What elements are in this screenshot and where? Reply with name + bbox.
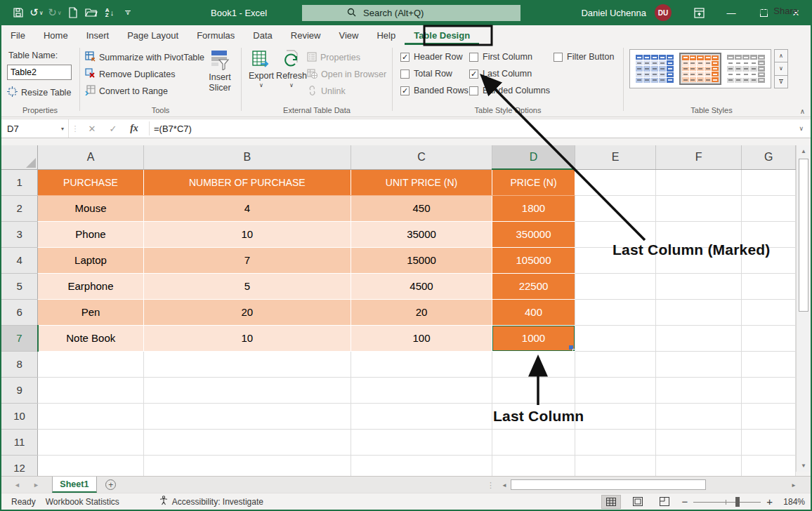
zoom-slider[interactable] [693,497,761,507]
cell-D3[interactable]: 350000 [492,221,575,247]
convert-to-range-button[interactable]: Convert to Range [85,84,168,98]
cell-C4[interactable]: 15000 [351,247,492,273]
cell-F8[interactable] [656,351,742,377]
cell-B4[interactable]: 7 [143,247,351,273]
formula-bar-expand-icon[interactable]: ∨ [799,125,804,132]
zoom-out-icon[interactable]: − [681,496,688,507]
page-break-view-button[interactable] [655,495,674,509]
cell-A10[interactable] [38,403,144,429]
checkbox-banded-columns[interactable]: Banded Columns [469,86,550,95]
cell-F4[interactable] [656,247,742,273]
cell-E1[interactable] [575,169,655,195]
cell-G2[interactable] [742,195,796,221]
cell-G4[interactable] [742,247,796,273]
cell-D7[interactable]: 1000 [492,325,575,351]
tab-view[interactable]: View [329,25,367,45]
search-input[interactable]: Search (Alt+Q) [302,5,520,21]
cell-C2[interactable]: 450 [351,195,492,221]
cell-D6[interactable]: 400 [492,299,575,325]
ribbon-display-options-icon[interactable] [683,0,715,25]
cell-B6[interactable]: 20 [143,299,351,325]
cell-F6[interactable] [656,299,742,325]
formula-input[interactable]: =(B7*C7) [154,124,192,134]
tab-insert[interactable]: Insert [77,25,119,45]
zoom-percentage[interactable]: 184% [780,497,805,507]
table-style-orange-style[interactable] [679,53,721,85]
cell-D8[interactable] [492,351,575,377]
checked-checkbox-icon[interactable]: ✓ [469,69,478,79]
new-file-icon[interactable] [65,4,81,22]
cell-B12[interactable] [143,455,351,476]
cell-E6[interactable] [575,299,655,325]
scroll-right-icon[interactable]: ► [788,479,799,491]
cell-E11[interactable] [575,429,655,455]
tab-formulas[interactable]: Formulas [188,25,244,45]
cell-C6[interactable]: 20 [351,299,492,325]
scroll-left-icon[interactable]: ◄ [499,479,510,491]
gallery-down-icon[interactable]: ∨ [774,62,788,75]
cell-C1[interactable]: UNIT PRICE (N) [351,169,492,195]
cell-D9[interactable] [492,377,575,403]
refresh-button[interactable]: Refresh ∨ [276,49,307,88]
remove-duplicates-button[interactable]: Remove Duplicates [85,67,175,81]
export-button[interactable]: Export ∨ [246,49,277,88]
cell-F2[interactable] [656,195,742,221]
cell-F12[interactable] [656,455,742,476]
sheet-tab-sheet1[interactable]: Sheet1 [52,477,97,493]
cell-A2[interactable]: Mouse [38,195,144,221]
cell-A4[interactable]: Laptop [38,247,144,273]
column-header-B[interactable]: B [143,145,351,169]
insert-slicer-button[interactable]: Insert Slicer [202,49,238,93]
column-header-G[interactable]: G [742,145,796,169]
cell-G8[interactable] [742,351,796,377]
table-name-input[interactable] [7,65,72,80]
unchecked-checkbox-icon[interactable] [469,53,478,62]
cell-A5[interactable]: Earphone [38,273,144,299]
checked-checkbox-icon[interactable]: ✓ [400,53,410,62]
row-header-4[interactable]: 4 [1,247,38,273]
cell-F3[interactable] [656,221,742,247]
tab-data[interactable]: Data [244,25,281,45]
save-icon[interactable] [10,4,27,22]
row-header-12[interactable]: 12 [1,455,38,476]
table-style-gray-style[interactable] [725,53,767,85]
row-header-2[interactable]: 2 [1,195,38,221]
vertical-scrollbar[interactable]: ▲ ▼ [796,145,811,472]
column-header-E[interactable]: E [575,145,655,169]
cell-D11[interactable] [492,429,575,455]
share-button[interactable]: Share [754,3,804,18]
cell-G9[interactable] [742,377,796,403]
scroll-up-icon[interactable]: ▲ [797,145,811,157]
name-box-caret-icon[interactable]: ▾ [61,126,64,132]
scrollbar-splitter[interactable]: ⋮ [487,477,495,493]
summarize-with-pivottable-button[interactable]: Summarize with PivotTable [85,51,204,65]
column-header-C[interactable]: C [351,145,492,169]
cell-B1[interactable]: NUMBER OF PURCHASE [143,169,351,195]
row-header-11[interactable]: 11 [1,429,38,455]
row-header-5[interactable]: 5 [1,273,38,299]
zoom-slider-handle[interactable] [735,497,740,507]
unchecked-checkbox-icon[interactable] [469,86,478,95]
cell-C5[interactable]: 4500 [351,273,492,299]
cell-G10[interactable] [742,403,796,429]
cell-G1[interactable] [742,169,796,195]
cell-C3[interactable]: 35000 [351,221,492,247]
cell-B8[interactable] [143,351,351,377]
unchecked-checkbox-icon[interactable] [554,53,563,62]
horizontal-scrollbar[interactable]: ◄ ► [499,479,799,491]
checkbox-last-column[interactable]: ✓Last Column [469,69,532,79]
row-header-8[interactable]: 8 [1,351,38,377]
sheet-nav-right-icon[interactable]: ► [33,482,39,489]
cell-E2[interactable] [575,195,655,221]
zoom-in-icon[interactable]: + [766,496,773,507]
cell-G12[interactable] [742,455,796,476]
cell-C9[interactable] [351,377,492,403]
open-folder-icon[interactable] [83,4,100,22]
cell-A11[interactable] [38,429,144,455]
cell-G6[interactable] [742,299,796,325]
checkbox-banded-rows[interactable]: ✓Banded Rows [400,86,469,95]
row-header-3[interactable]: 3 [1,221,38,247]
row-header-6[interactable]: 6 [1,299,38,325]
vertical-scroll-thumb[interactable] [799,159,808,312]
cell-C7[interactable]: 100 [351,325,492,351]
